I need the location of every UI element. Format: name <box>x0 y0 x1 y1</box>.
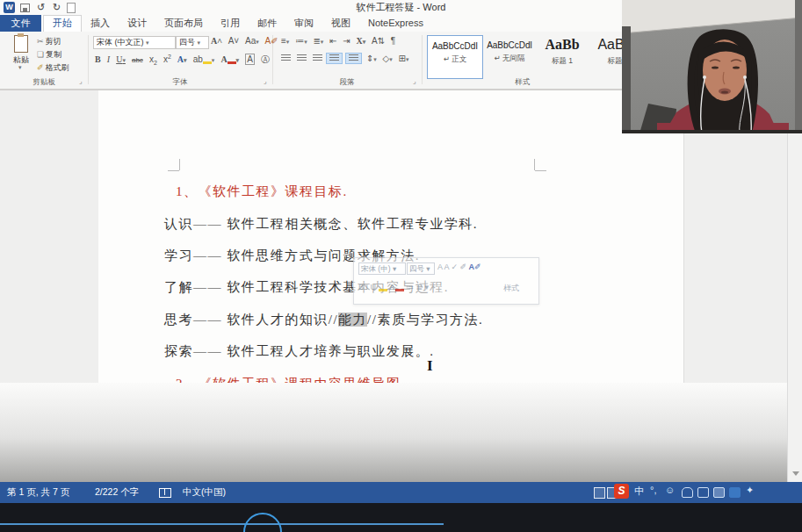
group-divider <box>422 35 423 84</box>
ime-toolbox-icon[interactable]: ✦ <box>746 485 754 496</box>
numbering-icon[interactable]: ≔▾ <box>295 36 307 46</box>
align-right-icon[interactable] <box>313 54 322 62</box>
mini-grow-shrink-icons[interactable]: A A ✓ ✐ A✐ <box>437 262 481 271</box>
change-case-icon[interactable]: Aa▾ <box>245 36 259 46</box>
font-dialog-launcher-icon[interactable]: ⌟ <box>264 77 267 85</box>
shading-icon[interactable]: ◇▾ <box>383 54 393 63</box>
bullets-icon[interactable]: ≡▾ <box>281 36 289 46</box>
tab-layout[interactable]: 页面布局 <box>155 15 212 32</box>
tab-home[interactable]: 开始 <box>43 15 82 32</box>
mini-font-combo[interactable]: 宋体 (中) ▾ <box>358 262 406 275</box>
ribbon-tabs: 开始 插入 设计 页面布局 引用 邮件 审阅 视图 NoteExpress <box>43 15 432 32</box>
align-left-icon[interactable] <box>281 54 291 62</box>
styles-group-label: 样式 <box>457 77 589 88</box>
style-no-spacing[interactable]: AaBbCcDdl ↵ 无间隔 <box>485 35 534 77</box>
paragraph-group-label: 段落 <box>272 77 422 88</box>
paragraph-row1: ≡▾ ≔▾ ≣▾ ⇤ ⇥ X▾ A⇅ ¶ <box>279 36 397 46</box>
superscript-icon[interactable]: x2 <box>163 54 171 64</box>
line-spacing-icon[interactable]: ⇕▾ <box>366 54 377 63</box>
doc-line-sikao: 思考—— 软件人才的知识//能力//素质与学习方法. <box>164 312 483 328</box>
proofing-status-icon[interactable] <box>159 488 171 498</box>
mini-styles-button[interactable]: 样式 <box>503 283 519 294</box>
scroll-down-arrow-icon[interactable] <box>792 471 799 476</box>
crop-mark <box>179 159 180 170</box>
font-format-row: B I U▾ abc x2 x2 A▾ ab▾ A▾ A Ⓐ <box>93 54 271 66</box>
crop-mark <box>534 159 535 170</box>
font-size-combo[interactable]: 四号 ▾ <box>176 36 209 49</box>
taskbar: e 软件... 钉钉 W 软件... W 软件... 钉钉... + <box>0 503 802 532</box>
font-name-combo[interactable]: 宋体 (中文正) ▾ <box>93 36 176 49</box>
word-logo-icon: W <box>4 2 15 13</box>
clipboard-dialog-launcher-icon[interactable]: ⌟ <box>79 77 83 85</box>
font-tools-row: A˄ A˅ Aa▾ A✐ <box>209 36 280 46</box>
underline-icon[interactable]: U▾ <box>116 54 126 64</box>
increase-indent-icon[interactable]: ⇥ <box>343 36 350 46</box>
brush-icon: ✐ <box>37 63 44 72</box>
text-cursor: I <box>427 357 433 375</box>
cut-button[interactable]: ✂剪切 <box>37 36 61 47</box>
shrink-font-icon[interactable]: A˅ <box>228 36 240 46</box>
clipboard-group-label: 剪贴板 <box>0 77 88 88</box>
multilevel-list-icon[interactable]: ≣▾ <box>313 36 323 46</box>
italic-icon[interactable]: I <box>107 54 110 64</box>
align-center-icon[interactable] <box>297 54 307 62</box>
asian-layout-icon[interactable]: X▾ <box>356 36 365 46</box>
font-color-icon[interactable]: A▾ <box>220 54 239 64</box>
highlight-color-icon[interactable]: ab▾ <box>193 54 215 64</box>
paragraph-row2: ⇕▾ ◇▾ ⊞▾ <box>279 54 411 63</box>
tab-references[interactable]: 引用 <box>212 15 249 32</box>
save-icon[interactable] <box>20 4 30 12</box>
distribute-icon[interactable] <box>345 53 362 64</box>
new-document-icon[interactable] <box>67 3 76 13</box>
format-painter-button[interactable]: ✐格式刷 <box>37 62 69 74</box>
borders-icon[interactable]: ⊞▾ <box>399 54 409 63</box>
redo-icon[interactable]: ↻ <box>51 2 62 13</box>
ime-mic-icon[interactable] <box>682 487 693 498</box>
sort-icon[interactable]: A⇅ <box>372 36 385 46</box>
word-count[interactable]: 2/222 个字 <box>95 486 139 499</box>
grow-font-icon[interactable]: A˄ <box>211 36 222 46</box>
enclose-characters-icon[interactable]: Ⓐ <box>261 54 270 64</box>
ime-emoji-icon[interactable]: ☺ <box>665 485 675 495</box>
tab-mailings[interactable]: 邮件 <box>249 15 285 32</box>
copy-button[interactable]: ❏复制 <box>37 49 61 61</box>
subscript-icon[interactable]: x2 <box>149 54 157 64</box>
ime-skin-icon[interactable] <box>729 487 741 498</box>
paragraph-dialog-launcher-icon[interactable]: ⌟ <box>413 77 416 85</box>
ime-punctuation-icon[interactable]: °, <box>650 485 656 495</box>
language-indicator[interactable]: 中文(中国) <box>183 486 226 499</box>
style-heading1[interactable]: AaBb 标题 1 <box>538 35 587 77</box>
character-shading-icon[interactable]: A <box>245 54 255 65</box>
ime-printer-icon[interactable] <box>713 487 725 498</box>
tab-insert[interactable]: 插入 <box>82 15 119 32</box>
bold-icon[interactable]: B <box>95 54 101 64</box>
crop-mark <box>535 170 546 171</box>
ime-keyboard-icon[interactable] <box>697 487 709 498</box>
tab-view[interactable]: 视图 <box>322 15 359 32</box>
strikethrough-icon[interactable]: abc <box>132 56 143 64</box>
decrease-indent-icon[interactable]: ⇤ <box>329 36 336 46</box>
tab-review[interactable]: 审阅 <box>285 15 322 32</box>
sogou-logo-icon[interactable]: S <box>614 484 629 499</box>
show-marks-icon[interactable]: ¶ <box>391 36 395 46</box>
view-read-mode-icon[interactable] <box>594 487 605 499</box>
tab-noteexpress[interactable]: NoteExpress <box>359 15 432 32</box>
style-normal[interactable]: AaBbCcDdI ↵ 正文 <box>427 35 483 79</box>
mini-format-icons[interactable]: B I U A ≔ ≣ ▾ <box>358 283 429 291</box>
copy-icon: ❏ <box>37 50 44 59</box>
crop-mark <box>168 170 179 171</box>
scissors-icon: ✂ <box>37 37 44 46</box>
justify-icon[interactable] <box>326 53 343 64</box>
annotation-line <box>0 523 444 525</box>
doc-line-tansuo: 探索—— 软件工程人才培养与职业发展。. <box>164 343 435 360</box>
mini-toolbar[interactable]: 宋体 (中) ▾ 四号 ▾ A A ✓ ✐ A✐ B I U A ≔ ≣ ▾ 样… <box>353 257 539 305</box>
undo-icon[interactable]: ↺ <box>35 2 47 13</box>
phonetic-guide-icon[interactable]: A✐ <box>265 36 278 46</box>
ime-chinese-mode-icon[interactable]: 中 <box>634 485 644 498</box>
mini-size-combo[interactable]: 四号 ▾ <box>407 262 435 275</box>
page-indicator[interactable]: 第 1 页, 共 7 页 <box>7 486 69 499</box>
vertical-scrollbar[interactable] <box>787 90 802 482</box>
tab-file[interactable]: 文件 <box>0 15 41 32</box>
tab-design[interactable]: 设计 <box>119 15 155 32</box>
text-effects-icon[interactable]: A▾ <box>177 54 187 64</box>
